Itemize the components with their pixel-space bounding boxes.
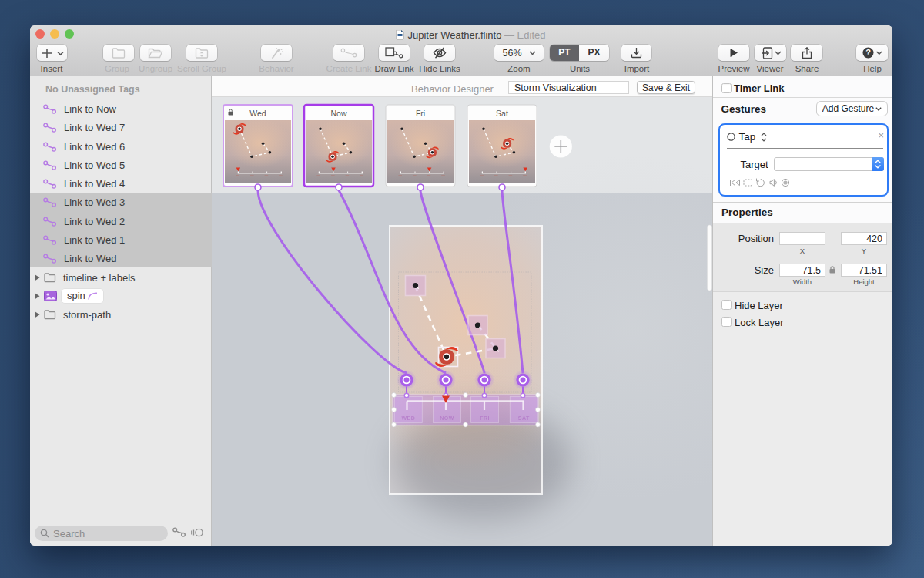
svg-text:Fri: Fri <box>416 109 425 118</box>
svg-text:Wed: Wed <box>249 109 266 118</box>
svg-text:Now: Now <box>330 109 346 118</box>
svg-text:FRI: FRI <box>480 415 490 421</box>
svg-text:?: ? <box>865 48 871 57</box>
svg-text:Sat: Sat <box>496 109 508 118</box>
svg-text:WED: WED <box>401 415 415 421</box>
svg-text:SAT: SAT <box>518 415 530 421</box>
svg-text:NOW: NOW <box>440 415 454 421</box>
